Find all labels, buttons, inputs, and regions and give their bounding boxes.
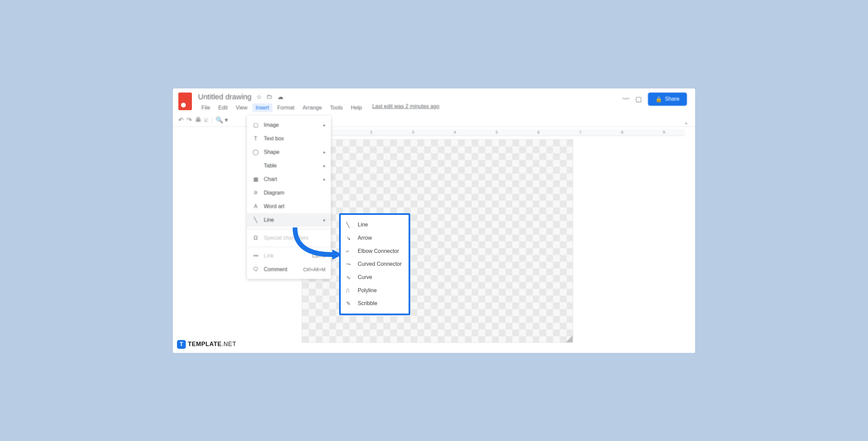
menu-format[interactable]: Format [274, 103, 298, 112]
insert-chart[interactable]: ▦ Chart ▸ [247, 173, 331, 186]
document-title[interactable]: Untitled drawing [198, 93, 252, 101]
textbox-icon: T [252, 135, 259, 142]
watermark-logo-icon: T [177, 340, 186, 349]
menu-tools[interactable]: Tools [327, 103, 346, 112]
last-edit-link[interactable]: Last edit was 2 minutes ago [372, 103, 439, 112]
lock-icon: 🔒 [655, 96, 662, 102]
submenu-arrow-icon: ▸ [323, 218, 326, 222]
line-tool-icon: ╲ [346, 222, 353, 228]
submenu-arrow-icon: ▸ [323, 123, 326, 127]
app-window: Untitled drawing ☆ 🗀 ☁ File Edit View In… [173, 88, 695, 353]
comment-icon: 🗨 [252, 266, 259, 273]
arrow-tool-icon: ↘ [346, 235, 353, 241]
line-submenu: ╲ Line ↘ Arrow ⌐ Elbow Connector ⤳ Curve… [339, 213, 410, 315]
insert-wordart[interactable]: A Word art [247, 200, 331, 213]
comments-icon[interactable]: ▢ [635, 95, 642, 103]
menu-view[interactable]: View [232, 103, 251, 112]
line-elbow[interactable]: ⌐ Elbow Connector [341, 245, 409, 258]
curve-tool-icon: ∿ [346, 274, 353, 281]
chart-icon: ▦ [252, 176, 259, 183]
menu-edit[interactable]: Edit [215, 103, 231, 112]
title-area: Untitled drawing ☆ 🗀 ☁ File Edit View In… [198, 93, 623, 112]
line-line[interactable]: ╲ Line [341, 218, 409, 232]
insert-textbox[interactable]: T Text box [247, 132, 331, 145]
insert-table[interactable]: Table ▸ [247, 159, 331, 173]
line-polyline[interactable]: ⎍ Polyline [341, 284, 409, 297]
line-scribble[interactable]: ✎ Scribble [341, 297, 409, 310]
submenu-arrow-icon: ▸ [323, 177, 326, 182]
paint-format-icon[interactable]: ⟀ [205, 116, 209, 123]
curved-connector-icon: ⤳ [346, 261, 353, 267]
menu-file[interactable]: File [198, 103, 214, 112]
menu-insert[interactable]: Insert [252, 103, 273, 112]
drawings-app-icon[interactable] [178, 93, 192, 110]
watermark-text: TEMPLATE.NET [188, 341, 236, 348]
callout-arrow [288, 224, 342, 265]
shape-icon: ◯ [252, 149, 259, 156]
table-icon [252, 162, 259, 169]
collapse-icon[interactable]: ⌃ [684, 122, 688, 128]
special-chars-icon: Ω [252, 235, 259, 241]
insert-diagram[interactable]: ⚞ Diagram [247, 186, 331, 200]
insert-shape[interactable]: ◯ Shape ▸ [247, 145, 331, 159]
line-icon: ╲ [252, 217, 259, 223]
image-icon: ▢ [252, 122, 259, 128]
separator [212, 117, 212, 123]
line-curve[interactable]: ∿ Curve [341, 271, 409, 284]
wordart-icon: A [252, 203, 259, 210]
redo-icon[interactable]: ↷ [187, 116, 192, 124]
line-arrow[interactable]: ↘ Arrow [341, 232, 409, 245]
menu-arrange[interactable]: Arrange [299, 103, 325, 112]
activity-icon[interactable]: 〰 [623, 95, 629, 103]
menu-bar: File Edit View Insert Format Arrange Too… [198, 103, 623, 112]
move-folder-icon[interactable]: 🗀 [267, 93, 273, 100]
header-actions: 〰 ▢ 🔒 Share [623, 93, 690, 106]
print-icon[interactable]: 🖶 [195, 116, 201, 123]
insert-comment[interactable]: 🗨 Comment Ctrl+Alt+M [247, 263, 331, 276]
ruler-horizontal: 123 456 789 [302, 129, 685, 136]
resize-handle[interactable] [566, 336, 573, 342]
undo-icon[interactable]: ↶ [178, 116, 183, 124]
share-label: Share [665, 96, 679, 102]
menu-help[interactable]: Help [348, 103, 366, 112]
polyline-tool-icon: ⎍ [346, 287, 353, 294]
share-button[interactable]: 🔒 Share [648, 93, 687, 106]
scribble-tool-icon: ✎ [346, 300, 353, 307]
watermark: T TEMPLATE.NET [177, 340, 236, 349]
submenu-arrow-icon: ▸ [323, 150, 326, 155]
submenu-arrow-icon: ▸ [323, 163, 326, 168]
diagram-icon: ⚞ [252, 189, 259, 196]
cloud-status-icon[interactable]: ☁ [277, 93, 283, 101]
star-icon[interactable]: ☆ [256, 93, 262, 101]
line-curved[interactable]: ⤳ Curved Connector [341, 258, 409, 271]
link-icon: ⚯ [252, 253, 259, 259]
elbow-connector-icon: ⌐ [346, 248, 353, 254]
zoom-icon[interactable]: 🔍 ▾ [216, 116, 228, 124]
insert-image[interactable]: ▢ Image ▸ [247, 118, 331, 132]
header: Untitled drawing ☆ 🗀 ☁ File Edit View In… [173, 88, 695, 114]
